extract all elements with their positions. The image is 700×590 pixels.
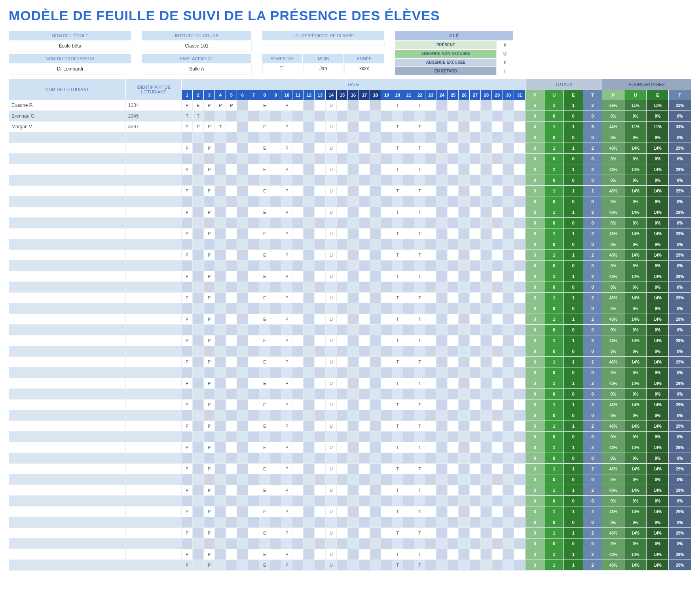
attendance-cell[interactable]: [436, 474, 448, 485]
attendance-cell[interactable]: [270, 367, 281, 378]
attendance-cell[interactable]: [193, 335, 204, 346]
attendance-cell[interactable]: P: [281, 143, 292, 154]
attendance-cell[interactable]: [370, 143, 381, 154]
attendance-cell[interactable]: [403, 271, 414, 282]
attendance-cell[interactable]: [436, 410, 448, 421]
student-name[interactable]: [9, 154, 126, 164]
attendance-cell[interactable]: [436, 367, 448, 378]
attendance-cell[interactable]: P: [281, 400, 292, 410]
attendance-cell[interactable]: [470, 293, 481, 303]
attendance-cell[interactable]: [348, 218, 359, 228]
attendance-cell[interactable]: [193, 325, 204, 335]
attendance-cell[interactable]: [481, 453, 492, 464]
attendance-cell[interactable]: [470, 464, 481, 474]
attendance-cell[interactable]: [425, 357, 436, 367]
table-row[interactable]: PPEPUTT311243%14%14%29%: [9, 528, 691, 539]
attendance-cell[interactable]: [425, 335, 436, 346]
attendance-cell[interactable]: [337, 517, 348, 528]
table-row[interactable]: PPEPUTT311243%14%14%29%: [9, 400, 691, 410]
attendance-cell[interactable]: [270, 474, 281, 485]
attendance-cell[interactable]: [503, 485, 514, 496]
attendance-cell[interactable]: [514, 485, 525, 496]
attendance-cell[interactable]: P: [204, 271, 215, 282]
attendance-cell[interactable]: [503, 325, 514, 335]
attendance-cell[interactable]: [436, 464, 448, 474]
attendance-cell[interactable]: [315, 410, 326, 421]
attendance-cell[interactable]: [370, 111, 381, 122]
attendance-cell[interactable]: [403, 485, 414, 496]
attendance-cell[interactable]: [403, 314, 414, 325]
attendance-cell[interactable]: [348, 271, 359, 282]
attendance-cell[interactable]: [470, 303, 481, 314]
attendance-cell[interactable]: [248, 549, 259, 560]
attendance-cell[interactable]: E: [259, 442, 270, 453]
attendance-cell[interactable]: [492, 325, 503, 335]
attendance-cell[interactable]: P: [182, 378, 193, 389]
attendance-cell[interactable]: [481, 367, 492, 378]
attendance-cell[interactable]: [470, 335, 481, 346]
attendance-cell[interactable]: [348, 111, 359, 122]
attendance-cell[interactable]: [315, 186, 326, 196]
attendance-cell[interactable]: [215, 432, 226, 442]
attendance-cell[interactable]: [248, 410, 259, 421]
student-name[interactable]: [9, 410, 126, 421]
attendance-cell[interactable]: [304, 421, 315, 432]
student-name[interactable]: [9, 186, 126, 196]
attendance-cell[interactable]: [392, 154, 403, 164]
attendance-cell[interactable]: [425, 196, 436, 207]
attendance-cell[interactable]: [226, 400, 237, 410]
attendance-cell[interactable]: [381, 325, 392, 335]
attendance-cell[interactable]: [470, 164, 481, 175]
attendance-cell[interactable]: [448, 282, 459, 293]
attendance-cell[interactable]: [281, 282, 292, 293]
attendance-cell[interactable]: [403, 378, 414, 389]
attendance-cell[interactable]: [503, 389, 514, 400]
attendance-cell[interactable]: [292, 389, 304, 400]
table-row[interactable]: 00000%0%0%0%: [9, 239, 691, 250]
attendance-cell[interactable]: [348, 175, 359, 186]
attendance-cell[interactable]: [370, 539, 381, 549]
attendance-cell[interactable]: [503, 464, 514, 474]
attendance-cell[interactable]: [459, 303, 470, 314]
attendance-cell[interactable]: [337, 100, 348, 111]
attendance-cell[interactable]: [337, 560, 348, 571]
attendance-cell[interactable]: [315, 271, 326, 282]
attendance-cell[interactable]: [492, 400, 503, 410]
attendance-cell[interactable]: [315, 164, 326, 175]
attendance-cell[interactable]: [248, 325, 259, 335]
attendance-cell[interactable]: P: [281, 293, 292, 303]
attendance-cell[interactable]: [503, 421, 514, 432]
attendance-cell[interactable]: [259, 517, 270, 528]
student-id[interactable]: [125, 293, 182, 303]
attendance-cell[interactable]: [337, 271, 348, 282]
attendance-cell[interactable]: [359, 539, 370, 549]
attendance-cell[interactable]: [215, 539, 226, 549]
attendance-cell[interactable]: U: [326, 207, 337, 218]
attendance-cell[interactable]: P: [204, 485, 215, 496]
attendance-cell[interactable]: [448, 496, 459, 506]
attendance-cell[interactable]: [448, 196, 459, 207]
attendance-cell[interactable]: [292, 560, 304, 571]
student-name[interactable]: [9, 496, 126, 506]
attendance-cell[interactable]: P: [204, 207, 215, 218]
attendance-cell[interactable]: [304, 485, 315, 496]
attendance-cell[interactable]: P: [204, 335, 215, 346]
attendance-cell[interactable]: [381, 228, 392, 239]
attendance-cell[interactable]: [193, 154, 204, 164]
attendance-cell[interactable]: [448, 389, 459, 400]
table-row[interactable]: 00000%0%0%0%: [9, 303, 691, 314]
attendance-cell[interactable]: [315, 421, 326, 432]
attendance-cell[interactable]: [237, 485, 248, 496]
attendance-cell[interactable]: [492, 293, 503, 303]
attendance-cell[interactable]: [259, 410, 270, 421]
attendance-cell[interactable]: [481, 239, 492, 250]
attendance-cell[interactable]: [448, 303, 459, 314]
attendance-cell[interactable]: [425, 517, 436, 528]
attendance-cell[interactable]: [436, 346, 448, 357]
attendance-cell[interactable]: [248, 357, 259, 367]
attendance-cell[interactable]: [392, 346, 403, 357]
attendance-cell[interactable]: [492, 346, 503, 357]
attendance-cell[interactable]: [337, 261, 348, 271]
attendance-cell[interactable]: [459, 367, 470, 378]
attendance-cell[interactable]: [259, 261, 270, 271]
